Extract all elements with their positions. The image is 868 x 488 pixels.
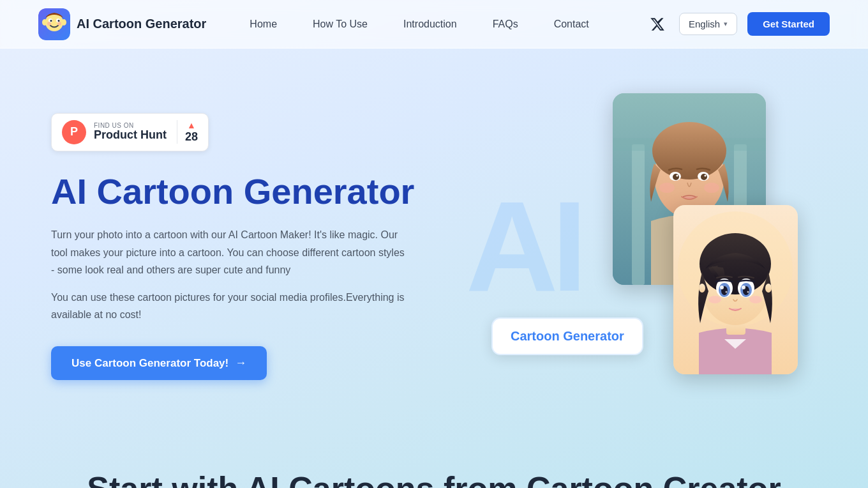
hero-left: P FIND US ON Product Hunt ▲ 28 AI Cartoo… (51, 113, 434, 381)
ph-logo-icon: P (62, 120, 86, 144)
svg-point-9 (61, 19, 66, 26)
cta-arrow-icon: → (235, 356, 246, 370)
chevron-down-icon: ▾ (724, 20, 728, 28)
brand-name: AI Cartoon Generator (77, 17, 206, 31)
ph-vote-count: ▲ 28 (177, 120, 198, 144)
get-started-button[interactable]: Get Started (747, 12, 830, 36)
anime-portrait-card (673, 205, 798, 374)
ai-background-text: AI (466, 183, 581, 310)
svg-point-40 (708, 296, 721, 303)
svg-point-6 (47, 22, 51, 26)
svg-point-41 (749, 296, 762, 303)
nav-how-to-use[interactable]: How To Use (295, 13, 385, 35)
svg-point-20 (701, 174, 707, 180)
svg-rect-11 (632, 144, 645, 285)
svg-point-23 (659, 183, 675, 193)
ph-product-hunt-name: Product Hunt (94, 129, 167, 142)
svg-point-36 (720, 286, 724, 289)
svg-point-37 (742, 286, 745, 289)
svg-point-43 (765, 284, 772, 293)
svg-point-4 (50, 20, 52, 22)
cta-label: Use Cartoon Generator Today! (71, 357, 228, 370)
cartoon-generator-label: Cartoon Generator (491, 317, 643, 355)
hero-title: AI Cartoon Generator (51, 172, 434, 211)
language-label: English (689, 19, 720, 29)
hero-section: P FIND US ON Product Hunt ▲ 28 AI Cartoo… (0, 49, 868, 432)
nav-home[interactable]: Home (232, 13, 295, 35)
logo-icon (38, 8, 70, 40)
hero-description-1: Turn your photo into a cartoon with our … (51, 226, 408, 278)
nav-links: Home How To Use Introduction FAQs Contac… (232, 13, 646, 35)
svg-point-24 (704, 183, 719, 193)
brand-logo[interactable]: AI Cartoon Generator (38, 8, 206, 40)
navbar: AI Cartoon Generator Home How To Use Int… (0, 0, 868, 49)
nav-introduction[interactable]: Introduction (385, 13, 475, 35)
bottom-title: Start with AI Cartoons from Cartoon Crea… (51, 470, 817, 488)
svg-point-16 (652, 122, 726, 179)
svg-point-22 (705, 175, 707, 177)
cta-button[interactable]: Use Cartoon Generator Today! → (51, 346, 267, 380)
ph-count-number: 28 (185, 130, 198, 144)
svg-point-8 (42, 19, 47, 26)
language-selector[interactable]: English ▾ (679, 13, 737, 35)
bottom-section: Start with AI Cartoons from Cartoon Crea… (0, 432, 868, 488)
svg-point-39 (747, 291, 749, 293)
svg-point-19 (673, 174, 679, 180)
hero-illustration: AI (434, 87, 817, 406)
hero-description-2: You can use these cartoon pictures for y… (51, 289, 408, 323)
svg-point-21 (677, 175, 678, 177)
svg-point-38 (726, 291, 728, 293)
ph-up-arrow-icon: ▲ (187, 120, 196, 130)
nav-contact[interactable]: Contact (536, 13, 607, 35)
product-hunt-badge[interactable]: P FIND US ON Product Hunt ▲ 28 (51, 113, 209, 151)
twitter-icon[interactable] (646, 13, 669, 36)
ph-text: FIND US ON Product Hunt (94, 122, 167, 142)
nav-right: English ▾ Get Started (646, 12, 830, 36)
svg-point-7 (57, 22, 61, 26)
svg-point-5 (58, 20, 60, 22)
nav-faqs[interactable]: FAQs (475, 13, 536, 35)
svg-point-42 (699, 284, 705, 293)
